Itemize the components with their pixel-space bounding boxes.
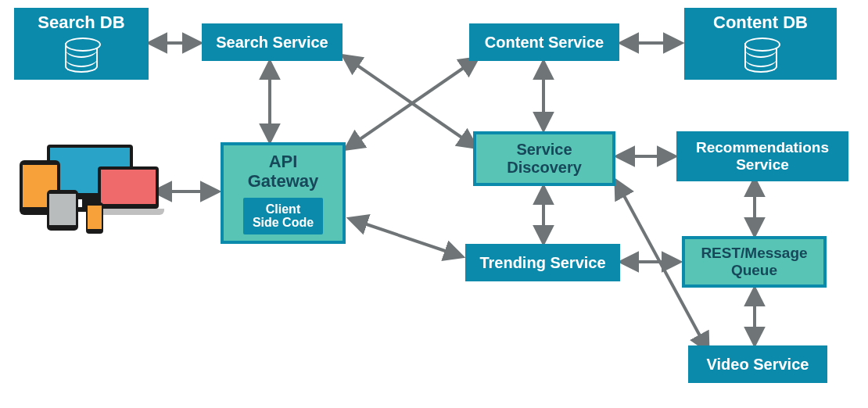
svg-line-11: [344, 56, 475, 147]
label-video-service: Video Service: [707, 356, 809, 374]
label-recommendations-service: Recommendations Service: [696, 139, 829, 174]
node-content-db: Content DB: [684, 8, 837, 80]
node-content-service: Content Service: [469, 23, 619, 61]
label-api-gateway: API Gateway: [248, 152, 319, 191]
label-content-db: Content DB: [713, 13, 808, 33]
svg-line-10: [346, 59, 477, 149]
node-search-service: Search Service: [202, 23, 343, 61]
node-search-db: Search DB: [14, 8, 149, 80]
node-video-service: Video Service: [688, 345, 827, 383]
label-client-side-code: Client Side Code: [243, 198, 323, 234]
label-rest-message-queue: REST/Message Queue: [701, 245, 807, 279]
node-api-gateway: API Gateway Client Side Code: [221, 142, 346, 244]
label-service-discovery: Service Discovery: [507, 141, 582, 177]
database-icon: [65, 38, 98, 75]
label-content-service: Content Service: [485, 34, 604, 52]
client-devices-icon: [16, 145, 152, 238]
label-search-db: Search DB: [38, 13, 124, 33]
label-search-service: Search Service: [216, 34, 328, 52]
svg-line-12: [350, 219, 461, 256]
node-service-discovery: Service Discovery: [473, 131, 615, 186]
node-rest-message-queue: REST/Message Queue: [682, 236, 827, 288]
node-recommendations-service: Recommendations Service: [676, 131, 848, 181]
label-trending-service: Trending Service: [479, 254, 605, 272]
node-trending-service: Trending Service: [465, 244, 620, 281]
database-icon: [744, 38, 777, 75]
